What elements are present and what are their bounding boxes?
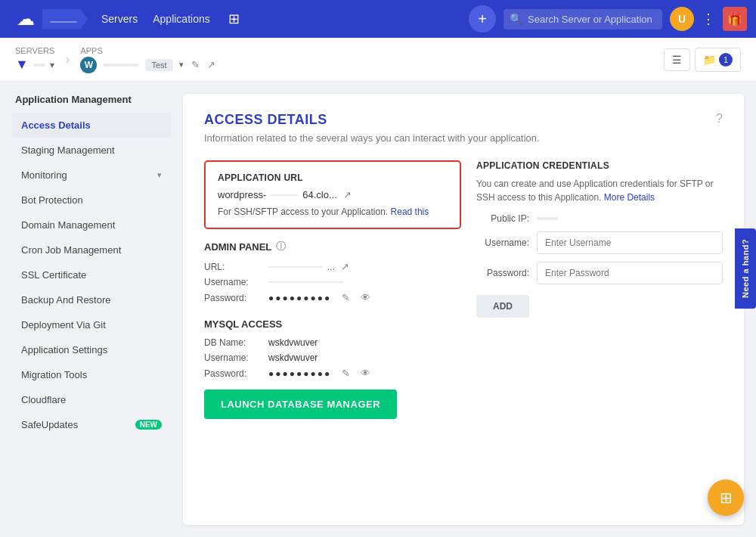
- sidebar-item-label: Application Settings: [21, 344, 107, 355]
- db-name-label: DB Name:: [204, 337, 261, 348]
- creds-username-input[interactable]: [537, 231, 723, 254]
- sidebar-item-domain[interactable]: Domain Management: [12, 213, 171, 237]
- admin-password-dots: ●●●●●●●●●: [268, 293, 331, 303]
- external-link-icon[interactable]: ↗: [207, 59, 215, 70]
- creds-description: You can create and use Application crede…: [476, 177, 723, 204]
- edit-password-icon[interactable]: ✎: [342, 292, 350, 303]
- db-show-password-icon[interactable]: 👁: [361, 368, 370, 379]
- sidebar: Application Management Access Details St…: [12, 94, 171, 525]
- sidebar-item-label: Monitoring: [21, 169, 67, 181]
- username-label: Username:: [204, 277, 261, 287]
- creds-password-label: Password:: [476, 268, 529, 278]
- sidebar-item-label: Cron Job Management: [21, 244, 121, 256]
- files-button[interactable]: 📁 1: [695, 48, 741, 72]
- files-badge: 1: [719, 53, 733, 67]
- creds-password-row: Password:: [476, 262, 723, 284]
- page-subtitle: Information related to the several ways …: [204, 132, 540, 144]
- db-password-label: Password:: [204, 368, 261, 379]
- avatar[interactable]: U: [670, 7, 694, 31]
- launch-db-button[interactable]: LAUNCH DATABASE MANAGER: [204, 390, 397, 419]
- sidebar-item-label: Migration Tools: [21, 369, 87, 380]
- gift-icon: 🎁: [727, 12, 742, 26]
- url-external-icon[interactable]: ↗: [343, 189, 352, 200]
- app-dropdown-icon[interactable]: ▾: [179, 60, 184, 70]
- server-dropdown-icon[interactable]: ▾: [50, 60, 54, 70]
- need-a-hand-button[interactable]: Need a hand?: [735, 228, 756, 309]
- creds-title: APPLICATION CREDENTIALS: [476, 160, 723, 171]
- sidebar-item-label: Cloudflare: [21, 394, 66, 405]
- sidebar-item-git[interactable]: Deployment Via Git: [12, 312, 171, 337]
- more-options-icon[interactable]: ⋮: [702, 11, 715, 27]
- floating-grid-button[interactable]: ⊞: [708, 480, 744, 516]
- sidebar-item-label: SafeUpdates: [21, 419, 78, 430]
- sidebar-item-migration[interactable]: Migration Tools: [12, 362, 171, 387]
- mysql-section: MYSQL ACCESS DB Name: wskdvwuver Usernam…: [204, 318, 461, 419]
- show-password-icon[interactable]: 👁: [361, 292, 370, 303]
- admin-username-row: Username:: [204, 277, 461, 287]
- apps-label: Apps: [80, 46, 215, 55]
- sidebar-item-label: Access Details: [21, 120, 91, 131]
- left-column: APPLICATION URL wordpress-64.clo... ↗ Fo…: [204, 160, 461, 434]
- chevron-down-icon: ▾: [157, 170, 162, 180]
- edit-icon[interactable]: ✎: [191, 59, 200, 70]
- sidebar-item-label: SSL Certificate: [21, 269, 86, 281]
- sub-navigation: Servers ▼ ▾ › Apps W Test ▾ ✎ ↗ ☰ 📁 1: [0, 38, 756, 82]
- admin-username-blurred: [268, 281, 344, 283]
- app-url-label: APPLICATION URL: [218, 172, 448, 183]
- sidebar-item-label: Bot Protection: [21, 194, 83, 206]
- layout-button[interactable]: ☰: [664, 48, 690, 71]
- ssh-note: For SSH/SFTP access to your Application.…: [218, 206, 448, 217]
- db-username-row: Username: wskdvwuver: [204, 352, 461, 363]
- sidebar-item-access-details[interactable]: Access Details: [12, 113, 171, 138]
- sidebar-item-app-settings[interactable]: Application Settings: [12, 337, 171, 362]
- page-title: ACCESS DETAILS: [204, 112, 540, 128]
- info-icon[interactable]: ⓘ: [276, 240, 286, 253]
- two-column-layout: APPLICATION URL wordpress-64.clo... ↗ Fo…: [204, 160, 723, 434]
- sidebar-item-backup[interactable]: Backup And Restore: [12, 287, 171, 312]
- search-input[interactable]: [503, 9, 662, 29]
- read-this-link[interactable]: Read this: [391, 206, 429, 217]
- sidebar-item-cloudflare[interactable]: Cloudflare: [12, 387, 171, 412]
- public-ip-label: Public IP:: [476, 213, 529, 224]
- admin-url-row: URL: ... ↗: [204, 261, 461, 272]
- sidebar-item-bot-protection[interactable]: Bot Protection: [12, 188, 171, 213]
- db-password-row: Password: ●●●●●●●●● ✎ 👁: [204, 368, 461, 379]
- creds-password-input[interactable]: [537, 262, 723, 284]
- layout-icon: ☰: [672, 54, 682, 66]
- applications-link[interactable]: Applications: [153, 13, 210, 25]
- admin-password-row: Password: ●●●●●●●●● ✎ 👁: [204, 292, 461, 303]
- breadcrumb-separator: ›: [65, 51, 70, 67]
- db-username-value: wskdvwuver: [268, 352, 318, 363]
- gift-icon-button[interactable]: 🎁: [723, 7, 747, 31]
- db-username-label: Username:: [204, 352, 261, 363]
- more-details-link[interactable]: More Details: [604, 192, 655, 203]
- db-password-dots: ●●●●●●●●●: [268, 368, 331, 379]
- creds-username-label: Username:: [476, 237, 529, 248]
- sidebar-item-ssl[interactable]: SSL Certificate: [12, 262, 171, 287]
- search-icon: 🔍: [510, 13, 522, 25]
- url-blurred: [271, 194, 298, 196]
- db-edit-password-icon[interactable]: ✎: [342, 368, 350, 379]
- sidebar-item-label: Staging Management: [21, 144, 115, 156]
- sidebar-item-cron[interactable]: Cron Job Management: [12, 237, 171, 262]
- grid-apps-icon[interactable]: ⊞: [228, 11, 240, 27]
- add-credentials-button[interactable]: ADD: [476, 295, 529, 318]
- sidebar-item-monitoring[interactable]: Monitoring ▾: [12, 163, 171, 188]
- url-prefix: wordpress-: [218, 189, 266, 200]
- sidebar-item-staging[interactable]: Staging Management: [12, 138, 171, 163]
- public-ip-value: [537, 217, 558, 220]
- servers-link[interactable]: Servers: [101, 13, 138, 25]
- db-name-row: DB Name: wskdvwuver: [204, 337, 461, 348]
- grid-icon: ⊞: [720, 489, 733, 507]
- sidebar-item-safeupdates[interactable]: SafeUpdates NEW: [12, 412, 171, 437]
- help-icon[interactable]: ?: [716, 112, 723, 126]
- content-panel: ACCESS DETAILS Information related to th…: [183, 94, 744, 525]
- app-url-value: wordpress-64.clo... ↗: [218, 189, 448, 200]
- logo[interactable]: ☁: [9, 7, 42, 31]
- password-label: Password:: [204, 293, 261, 303]
- topnav-right: + 🔍 U ⋮ 🎁: [469, 5, 747, 33]
- breadcrumb-home[interactable]: [42, 9, 88, 29]
- admin-url-external-icon[interactable]: ↗: [341, 261, 349, 272]
- main-layout: Application Management Access Details St…: [0, 82, 756, 537]
- add-button[interactable]: +: [469, 5, 496, 33]
